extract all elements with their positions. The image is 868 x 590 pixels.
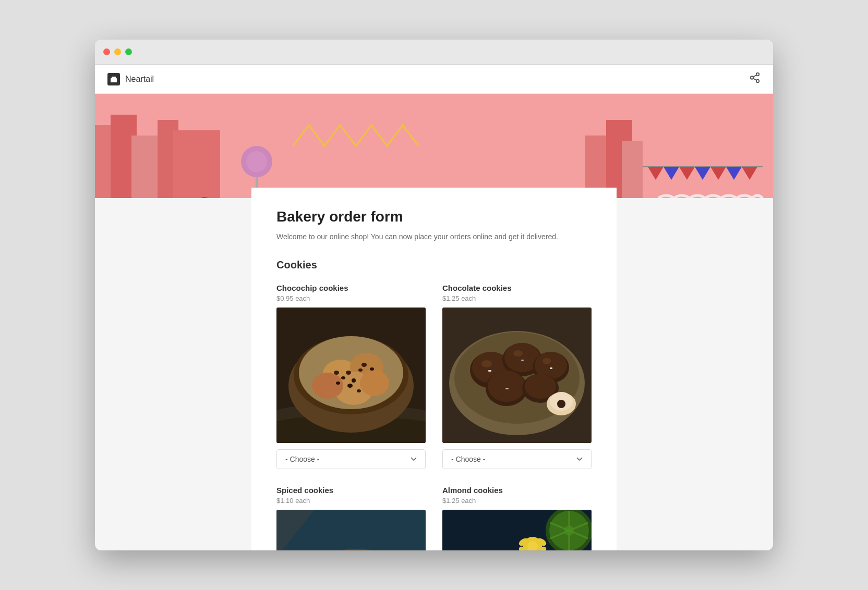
product-item-spiced: Spiced cookies $1.10 each <box>276 486 426 550</box>
store-icon <box>107 73 120 85</box>
app-logo: Neartail <box>107 73 154 85</box>
svg-point-85 <box>542 358 551 364</box>
browser-content: Neartail <box>95 65 773 550</box>
svg-point-66 <box>347 384 353 388</box>
browser-window: Neartail <box>95 40 773 550</box>
product-item-chocolate: Chocolate cookies $1.25 each <box>442 284 592 469</box>
svg-point-65 <box>358 368 363 372</box>
svg-point-67 <box>357 389 361 392</box>
product-name-almond: Almond cookies <box>442 486 592 495</box>
section-title: Cookies <box>276 259 592 271</box>
svg-point-64 <box>370 367 374 371</box>
svg-point-61 <box>346 371 351 375</box>
main-area[interactable]: Bakery order form Welcome to our online … <box>95 94 773 550</box>
app-name: Neartail <box>125 75 154 84</box>
dot-red[interactable] <box>103 48 110 55</box>
svg-point-62 <box>336 382 340 385</box>
svg-point-59 <box>334 371 339 375</box>
browser-titlebar <box>95 40 773 65</box>
svg-rect-88 <box>550 367 552 369</box>
product-price-almond: $1.25 each <box>442 497 592 505</box>
browser-dots <box>103 48 132 55</box>
product-name-chocochip: Chocochip cookies <box>276 284 426 292</box>
svg-rect-13 <box>173 130 220 198</box>
svg-line-7 <box>753 75 756 77</box>
product-image-almond <box>442 510 592 550</box>
svg-rect-2 <box>113 79 115 82</box>
svg-rect-86 <box>488 370 491 372</box>
form-description: Welcome to our online shop! You can now … <box>276 231 592 242</box>
svg-rect-1 <box>112 77 116 79</box>
svg-rect-48 <box>622 141 643 198</box>
svg-point-112 <box>564 525 574 536</box>
svg-point-68 <box>352 378 356 383</box>
svg-point-83 <box>481 360 492 367</box>
product-price-chocochip: $0.95 each <box>276 294 426 302</box>
svg-point-63 <box>361 363 367 367</box>
product-name-spiced: Spiced cookies <box>276 486 426 495</box>
product-price-chocolate: $1.25 each <box>442 294 592 302</box>
svg-line-6 <box>753 78 756 80</box>
share-icon[interactable] <box>749 72 761 86</box>
svg-rect-89 <box>505 388 509 389</box>
svg-point-57 <box>312 373 343 399</box>
form-title: Bakery order form <box>276 208 592 225</box>
product-item-chocochip: Chocochip cookies $0.95 each <box>276 284 426 469</box>
products-grid: Chocochip cookies $0.95 each <box>276 284 592 550</box>
product-image-chocolate <box>442 308 592 443</box>
form-container: Bakery order form Welcome to our online … <box>251 188 617 550</box>
dot-yellow[interactable] <box>114 48 121 55</box>
svg-point-45 <box>246 151 267 172</box>
product-select-chocochip[interactable]: - Choose - 12345 <box>276 449 426 469</box>
svg-point-58 <box>360 370 389 396</box>
product-item-almond: Almond cookies $1.25 each <box>442 486 592 550</box>
app-header: Neartail <box>95 65 773 94</box>
dot-green[interactable] <box>125 48 132 55</box>
banner <box>95 94 773 198</box>
product-image-chocochip <box>276 308 426 443</box>
product-select-chocolate[interactable]: - Choose - 12345 <box>442 449 592 469</box>
svg-point-82 <box>525 374 556 399</box>
svg-point-92 <box>557 400 565 408</box>
product-image-spiced <box>276 510 426 550</box>
product-name-chocolate: Chocolate cookies <box>442 284 592 292</box>
svg-point-84 <box>513 350 523 357</box>
product-price-spiced: $1.10 each <box>276 497 426 505</box>
svg-rect-87 <box>521 360 524 361</box>
svg-point-80 <box>488 371 525 402</box>
svg-point-60 <box>341 376 345 379</box>
